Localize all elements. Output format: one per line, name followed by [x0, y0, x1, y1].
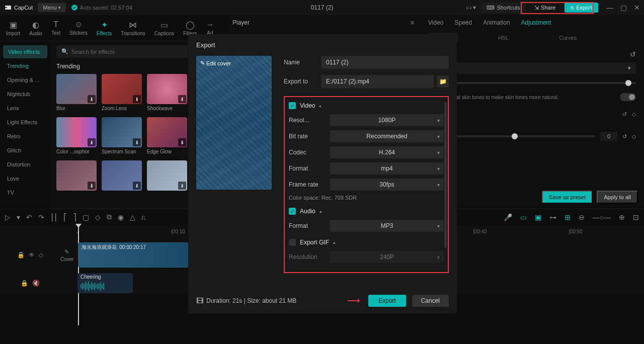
mic-icon[interactable]: 🎤 [504, 213, 512, 221]
zoom-in-icon[interactable]: ⊕ [619, 213, 625, 221]
effect-thumb-phosphor[interactable]: ⬇Color ...osphor [56, 117, 97, 154]
bitrate-select[interactable]: Recommended [330, 130, 444, 142]
gif-checkbox[interactable] [289, 239, 296, 246]
redo-icon[interactable]: ↷ [38, 213, 44, 221]
sidebar-video-effects[interactable]: Video effects [3, 45, 47, 58]
eye-icon[interactable]: 👁 [29, 251, 35, 259]
sidebar-glitch[interactable]: Glitch [0, 144, 50, 157]
tab-adjustment[interactable]: Adjustment [521, 19, 551, 26]
link-icon[interactable]: ⊶ [549, 213, 556, 221]
close-button[interactable]: ✕ [634, 4, 640, 12]
sidebar-retro[interactable]: Retro [0, 130, 50, 143]
tool-adjust[interactable]: →Ad [206, 20, 214, 36]
split-right-icon[interactable]: ⎤ [73, 213, 76, 221]
gif-res-select[interactable]: 240P [330, 251, 444, 263]
maximize-button[interactable]: ▢ [620, 4, 627, 12]
delete-icon[interactable]: ▢ [83, 213, 89, 221]
lut-select[interactable]: None▾ [428, 62, 636, 74]
export-preview-cover[interactable]: ✎ Edit cover [196, 56, 272, 190]
aspect-ratio-button[interactable]: ▭ ▾ [464, 3, 477, 13]
sidebar-nightclub[interactable]: Nightclub [0, 88, 50, 101]
sidebar-trending[interactable]: Trending [0, 59, 50, 72]
rotate-icon[interactable]: ⎌ [141, 213, 145, 221]
audio-clip[interactable]: Cheering [77, 273, 133, 293]
reset-icon[interactable]: ↺ [630, 50, 636, 58]
minimize-button[interactable]: — [606, 4, 613, 12]
apply-all-button[interactable]: Apply to all [597, 191, 638, 204]
diamond-icon[interactable]: ◇ [632, 133, 636, 140]
reverse-icon[interactable]: ◉ [118, 213, 124, 221]
shortcuts-button[interactable]: ⌨ Shortcuts [481, 3, 525, 13]
skin-toggle[interactable] [620, 93, 636, 101]
split-left-icon[interactable]: ⎡ [63, 213, 67, 221]
export-button-top[interactable]: ⎋ Export [565, 3, 598, 13]
crop-icon[interactable]: ◇ [95, 213, 101, 221]
mute-icon[interactable]: 🔇 [32, 280, 40, 287]
effect-thumb[interactable]: ⬇ [56, 160, 97, 191]
reset-icon[interactable]: ↺ [622, 133, 627, 140]
caret-icon[interactable]: ▴ [319, 209, 322, 214]
lock-icon[interactable]: 🔒 [21, 280, 28, 287]
sidebar-tv[interactable]: TV [0, 186, 50, 199]
framerate-select[interactable]: 30fps [330, 179, 444, 191]
diamond-icon[interactable]: ◇ [632, 111, 636, 118]
tool-effects[interactable]: ✦Effects [97, 20, 112, 36]
undo-icon[interactable]: ↶ [26, 213, 32, 221]
scrollbar[interactable] [444, 102, 447, 248]
edit-cover-button[interactable]: ✎ Edit cover [200, 60, 231, 66]
track-icon-2[interactable]: ▣ [535, 213, 541, 221]
subtab-hsl[interactable]: HSL [498, 35, 509, 41]
effect-thumb-shockwave[interactable]: ⬇Shockwave [147, 74, 187, 111]
codec-select[interactable]: H.264 [330, 146, 444, 158]
tool-captions[interactable]: ▭Captions [154, 20, 174, 36]
track-icon-1[interactable]: ▭ [520, 213, 527, 221]
fit-icon[interactable]: ⊡ [633, 213, 639, 221]
video-clip[interactable]: 海水海浪观浪花 00:00:20:17 [78, 242, 189, 268]
name-input[interactable] [321, 56, 449, 69]
tool-stickers[interactable]: ☺Stickers [69, 20, 88, 36]
tool-text[interactable]: TText [51, 20, 60, 36]
player-menu-icon[interactable]: ≡ [411, 19, 414, 26]
tab-speed[interactable]: Speed [454, 19, 472, 26]
effect-thumb[interactable]: ⬇ [147, 160, 187, 191]
tool-filters[interactable]: ◯Filters [183, 20, 197, 36]
resolution-select[interactable]: 1080P [330, 114, 444, 126]
zoom-slider[interactable]: —○— [593, 213, 611, 221]
sidebar-love[interactable]: Love [0, 172, 50, 185]
tool-import[interactable]: ▣Import [6, 20, 20, 36]
tool-transitions[interactable]: ⋈Transitions [121, 20, 145, 36]
sidebar-opening[interactable]: Opening & ... [0, 73, 50, 87]
pointer-icon[interactable]: ▷ [5, 213, 11, 221]
folder-button[interactable]: 📁 [437, 75, 449, 88]
tool-audio[interactable]: ◐Audio [29, 20, 42, 36]
video-checkbox[interactable]: ✓ [289, 102, 296, 109]
split-icon[interactable]: ⎮⎮ [50, 213, 57, 221]
menu-button[interactable]: Menu▾ [38, 3, 66, 12]
track-icon-3[interactable]: ⊞ [565, 213, 571, 221]
mirror-icon[interactable]: △ [130, 213, 135, 221]
mute-icon[interactable]: ◇ [39, 251, 43, 259]
tab-video[interactable]: Video [428, 19, 443, 26]
cancel-button[interactable]: Cancel [412, 295, 449, 307]
caret-icon[interactable]: ▴ [319, 103, 321, 108]
caret-icon[interactable]: ▴ [333, 240, 336, 245]
effect-thumb[interactable]: ⬇ [102, 160, 142, 191]
export-confirm-button[interactable]: Export [368, 295, 406, 307]
effect-thumb-edgeglow[interactable]: ⬇Edge Glow [147, 117, 187, 154]
zoom-out-icon[interactable]: ⊖ [579, 213, 585, 221]
effect-thumb-spectrum[interactable]: ⬇Spectrum Scan [102, 117, 142, 154]
tab-animation[interactable]: Animation [483, 19, 510, 26]
format-select[interactable]: mp4 [330, 162, 444, 175]
share-button[interactable]: ⇲ Share [529, 3, 560, 13]
freeze-icon[interactable]: ⧉ [107, 213, 112, 221]
chevron-down-icon[interactable]: ▾ [17, 213, 20, 221]
audio-format-select[interactable]: MP3 [330, 220, 444, 232]
audio-checkbox[interactable]: ✓ [289, 208, 296, 215]
reset-rotate-icon[interactable]: ↺ [622, 111, 627, 118]
lock-icon[interactable]: 🔒 [17, 251, 25, 259]
effect-thumb-zoom[interactable]: ⬇Zoom Lens [102, 74, 142, 111]
sidebar-lighteffects[interactable]: Light Effects [0, 116, 50, 129]
subtab-curves[interactable]: Curves [559, 35, 577, 41]
cover-icon[interactable]: ✎ [64, 248, 69, 255]
save-preset-button[interactable]: Save as preset [542, 191, 593, 204]
